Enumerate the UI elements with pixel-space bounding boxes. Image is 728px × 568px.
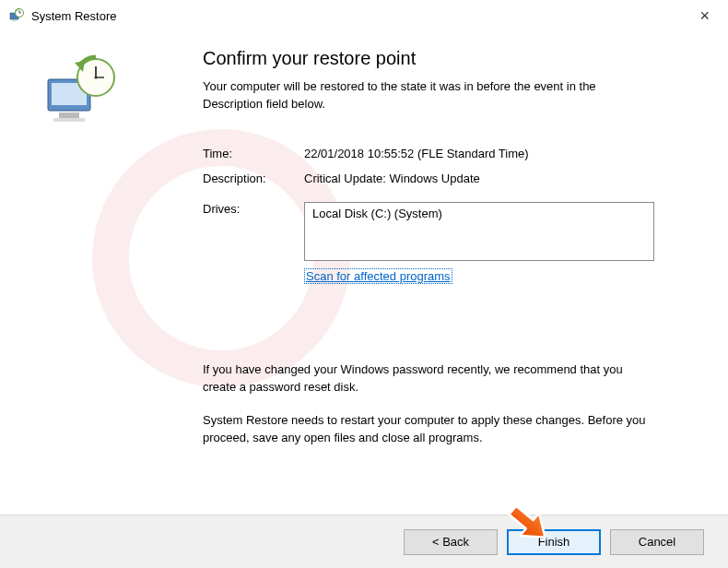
- description-label: Description:: [203, 172, 304, 185]
- footer-button-bar: < Back Finish Cancel: [0, 515, 728, 568]
- drives-label: Drives:: [203, 202, 304, 284]
- cancel-button[interactable]: Cancel: [610, 529, 704, 555]
- svg-rect-1: [12, 19, 17, 21]
- scan-affected-programs-link[interactable]: Scan for affected programs: [304, 268, 452, 284]
- page-heading: Confirm your restore point: [203, 48, 691, 69]
- password-note: If you have changed your Windows passwor…: [203, 361, 654, 396]
- drives-item: Local Disk (C:) (System): [312, 207, 442, 220]
- intro-text: Your computer will be restored to the st…: [203, 78, 645, 113]
- restore-illustration-icon: [42, 53, 125, 136]
- close-button[interactable]: ×: [694, 6, 715, 26]
- time-label: Time:: [203, 147, 304, 160]
- drives-listbox[interactable]: Local Disk (C:) (System): [304, 202, 654, 261]
- description-value: Critical Update: Windows Update: [304, 172, 691, 185]
- restart-note: System Restore needs to restart your com…: [203, 412, 654, 447]
- svg-rect-7: [53, 118, 85, 122]
- svg-rect-6: [59, 112, 79, 118]
- system-restore-icon: [9, 8, 24, 23]
- title-bar: System Restore ×: [0, 0, 728, 31]
- finish-button[interactable]: Finish: [507, 529, 601, 555]
- back-button[interactable]: < Back: [404, 529, 498, 555]
- time-value: 22/01/2018 10:55:52 (FLE Standard Time): [304, 147, 691, 160]
- window-title: System Restore: [31, 9, 116, 23]
